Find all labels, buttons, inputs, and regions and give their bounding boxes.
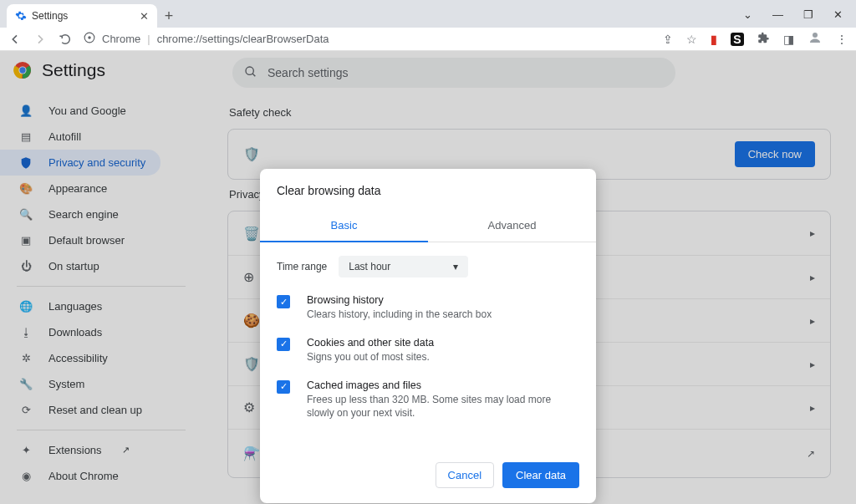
window-controls: ⌄ — ❐ ✕: [743, 8, 856, 28]
url-display[interactable]: Chrome | chrome://settings/clearBrowserD…: [84, 32, 329, 46]
tab-basic[interactable]: Basic: [260, 209, 428, 242]
checkbox-icon[interactable]: ✓: [277, 295, 290, 308]
time-range-label: Time range: [277, 261, 327, 272]
checkbox-cache[interactable]: ✓ Cached images and files Frees up less …: [277, 379, 579, 421]
extension-icon-a[interactable]: ▮: [711, 33, 717, 46]
clear-browsing-data-modal: Clear browsing data Basic Advanced Time …: [260, 169, 596, 503]
profile-avatar-icon[interactable]: [808, 30, 823, 48]
checkbox-browsing-history[interactable]: ✓ Browsing history Clears history, inclu…: [277, 294, 579, 322]
svg-point-1: [88, 36, 91, 39]
browser-tab[interactable]: Settings ✕: [7, 4, 157, 28]
modal-tabs: Basic Advanced: [260, 209, 596, 242]
tab-advanced[interactable]: Advanced: [428, 209, 596, 242]
settings-gear-icon: [15, 10, 27, 22]
reload-icon[interactable]: [59, 33, 72, 46]
extensions-icon[interactable]: [757, 32, 770, 47]
checkbox-cookies[interactable]: ✓ Cookies and other site data Signs you …: [277, 337, 579, 364]
modal-title: Clear browsing data: [260, 169, 596, 209]
chevron-down-icon[interactable]: ⌄: [743, 8, 752, 21]
maximize-icon[interactable]: ❐: [803, 8, 813, 21]
new-tab-button[interactable]: +: [157, 4, 181, 28]
sidepanel-icon[interactable]: ◨: [783, 33, 794, 46]
forward-icon: [33, 33, 47, 46]
share-icon[interactable]: ⇪: [663, 33, 673, 46]
clear-data-button[interactable]: Clear data: [502, 462, 579, 488]
settings-page: Settings Search settings 👤You and Google…: [0, 51, 856, 504]
toolbar-right: ⇪ ☆ ▮ S ◨ ⋮: [663, 30, 848, 48]
checkbox-icon[interactable]: ✓: [277, 380, 290, 394]
back-icon[interactable]: [8, 33, 22, 46]
checkbox-icon[interactable]: ✓: [277, 338, 290, 351]
menu-icon[interactable]: ⋮: [836, 33, 848, 46]
tab-title: Settings: [32, 10, 135, 22]
time-range-dropdown[interactable]: Last hour ▾: [339, 256, 468, 277]
close-tab-icon[interactable]: ✕: [140, 10, 149, 23]
extension-icon-s[interactable]: S: [731, 33, 744, 46]
close-window-icon[interactable]: ✕: [833, 8, 843, 21]
cancel-button[interactable]: Cancel: [436, 462, 494, 488]
browser-titlebar: Settings ✕ + ⌄ — ❐ ✕: [0, 0, 856, 28]
chevron-down-icon: ▾: [453, 261, 458, 272]
browser-addressbar: Chrome | chrome://settings/clearBrowserD…: [0, 28, 856, 51]
site-info-icon[interactable]: [84, 32, 95, 46]
svg-point-2: [813, 33, 818, 38]
bookmark-icon[interactable]: ☆: [686, 33, 697, 46]
minimize-icon[interactable]: —: [772, 8, 783, 21]
